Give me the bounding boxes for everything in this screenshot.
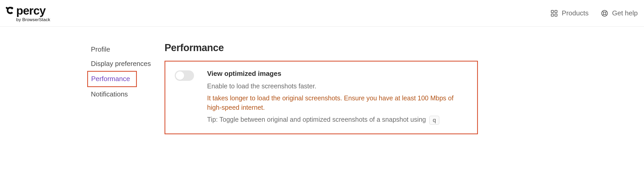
- app-header: percy by BrowserStack Products G: [0, 0, 644, 27]
- get-help-link[interactable]: Get help: [601, 9, 638, 17]
- percy-logo-icon: percy: [6, 4, 55, 17]
- setting-tip-row: Tip: Toggle between original and optimiz…: [207, 115, 468, 125]
- sidebar-item-label: Performance: [91, 75, 130, 83]
- svg-rect-4: [555, 14, 557, 16]
- setting-warning: It takes longer to load the original scr…: [207, 93, 468, 112]
- toggle-knob: [176, 71, 184, 80]
- lifebuoy-icon: [601, 9, 608, 17]
- svg-line-7: [602, 11, 604, 12]
- performance-setting-card: View optimized images Enable to load the…: [165, 61, 478, 134]
- svg-rect-2: [555, 10, 557, 13]
- sidebar-item-label: Notifications: [91, 90, 128, 98]
- view-optimized-images-toggle[interactable]: [175, 70, 194, 81]
- svg-rect-3: [551, 14, 554, 16]
- sidebar-item-notifications[interactable]: Notifications: [89, 87, 165, 101]
- setting-tip-text: Tip: Toggle between original and optimiz…: [207, 116, 426, 123]
- sidebar-item-performance[interactable]: Performance: [87, 71, 137, 87]
- svg-rect-1: [551, 10, 554, 13]
- setting-text-block: View optimized images Enable to load the…: [207, 69, 468, 125]
- logo-subtitle: by BrowserStack: [6, 17, 50, 22]
- products-label: Products: [562, 9, 589, 17]
- svg-point-6: [603, 12, 606, 15]
- setting-description: Enable to load the screenshots faster.: [207, 81, 468, 91]
- svg-text:percy: percy: [16, 4, 46, 17]
- sidebar-item-profile[interactable]: Profile: [89, 42, 165, 57]
- svg-line-9: [602, 14, 604, 15]
- products-link[interactable]: Products: [550, 9, 589, 17]
- logo-block[interactable]: percy by BrowserStack: [6, 4, 55, 22]
- logo-row: percy: [6, 4, 55, 17]
- sidebar-item-label: Profile: [91, 45, 110, 53]
- svg-line-8: [605, 11, 606, 12]
- sidebar-item-display-preferences[interactable]: Display preferences: [89, 57, 165, 71]
- settings-content: Performance View optimized images Enable…: [165, 42, 644, 134]
- header-actions: Products Get help: [550, 9, 638, 17]
- settings-sidebar: Profile Display preferences Performance …: [0, 42, 165, 134]
- page-title: Performance: [165, 42, 628, 53]
- svg-line-10: [605, 14, 606, 15]
- setting-title: View optimized images: [207, 69, 468, 79]
- grid-icon: [550, 9, 558, 17]
- main-content: Profile Display preferences Performance …: [0, 27, 644, 134]
- keyboard-shortcut-key: q: [429, 116, 439, 125]
- get-help-label: Get help: [612, 9, 638, 17]
- sidebar-item-label: Display preferences: [91, 60, 151, 68]
